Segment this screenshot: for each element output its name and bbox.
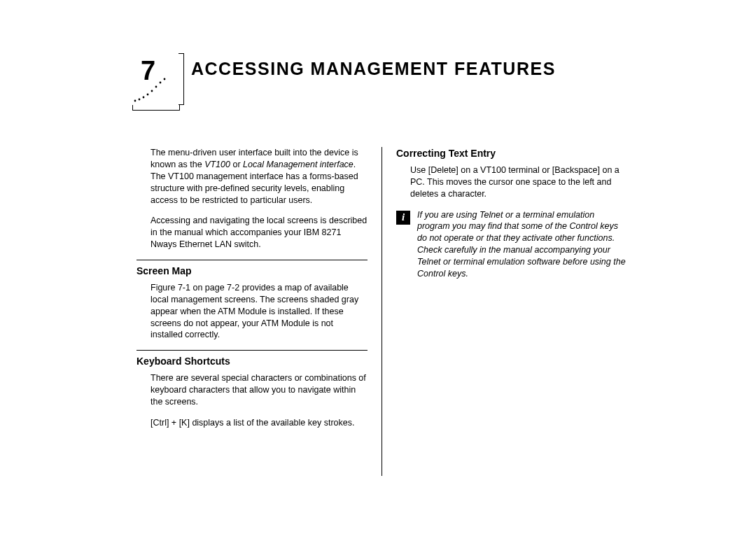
svg-point-2 bbox=[143, 97, 145, 99]
correcting-text-entry-heading: Correcting Text Entry bbox=[396, 147, 626, 160]
intro-paragraph-1: The menu-driven user interface built int… bbox=[136, 147, 368, 206]
screen-map-body: Figure 7-1 on page 7-2 provides a map of… bbox=[136, 282, 368, 341]
intro-paragraph-2: Accessing and navigating the local scree… bbox=[136, 215, 368, 251]
svg-point-7 bbox=[164, 78, 166, 80]
correcting-body: Use [Delete] on a VT100 terminal or [Bac… bbox=[396, 164, 626, 200]
screen-map-heading: Screen Map bbox=[136, 265, 368, 278]
bracket-right bbox=[178, 53, 184, 105]
svg-point-0 bbox=[134, 100, 136, 102]
text-span: or bbox=[230, 160, 243, 169]
italic-text: Local Management interface bbox=[243, 160, 354, 169]
svg-point-5 bbox=[155, 86, 158, 88]
dotted-curve-decoration bbox=[132, 77, 181, 105]
keyboard-shortcuts-body-2: [Ctrl] + [K] displays a list of the avai… bbox=[136, 417, 368, 429]
keyboard-shortcuts-body-1: There are several special characters or … bbox=[136, 372, 368, 408]
italic-text: VT100 bbox=[204, 160, 230, 169]
content-columns: The menu-driven user interface built int… bbox=[136, 147, 693, 476]
section-divider bbox=[136, 350, 368, 351]
left-column: The menu-driven user interface built int… bbox=[136, 147, 382, 476]
document-page: 7 ACCESSING MANAGEMENT FEATURES The menu… bbox=[0, 0, 756, 518]
info-icon-glyph: i bbox=[402, 210, 405, 224]
keyboard-shortcuts-heading: Keyboard Shortcuts bbox=[136, 355, 368, 368]
bracket-bottom bbox=[132, 105, 180, 111]
section-divider bbox=[136, 260, 368, 260]
svg-point-4 bbox=[151, 90, 153, 92]
svg-point-6 bbox=[160, 82, 162, 84]
note-text: If you are using Telnet or a terminal em… bbox=[417, 209, 626, 280]
svg-point-1 bbox=[139, 99, 141, 101]
chapter-number-box: 7 bbox=[136, 56, 178, 105]
right-column: Correcting Text Entry Use [Delete] on a … bbox=[382, 147, 626, 476]
chapter-header: 7 ACCESSING MANAGEMENT FEATURES bbox=[136, 56, 693, 105]
info-icon: i bbox=[396, 211, 410, 225]
chapter-title: ACCESSING MANAGEMENT FEATURES bbox=[191, 56, 556, 79]
note-block: i If you are using Telnet or a terminal … bbox=[396, 209, 626, 280]
svg-point-3 bbox=[147, 94, 149, 96]
